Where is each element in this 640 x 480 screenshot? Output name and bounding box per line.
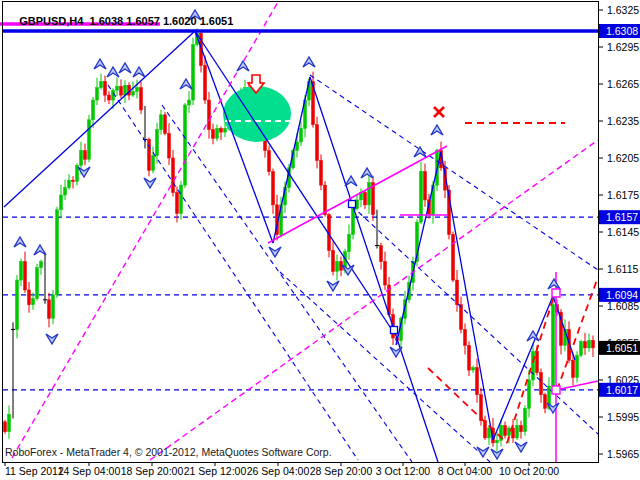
candle-bull	[156, 123, 159, 164]
candle-bull	[96, 78, 99, 105]
fractal-up-arrow-icon	[107, 67, 119, 77]
candle-bear	[424, 164, 427, 207]
candle-bear	[108, 91, 111, 104]
time-scale-label: 14 Sep 04:00	[58, 465, 121, 477]
price-level-badge: 1.6308	[599, 24, 640, 38]
svg-text:1.6094: 1.6094	[606, 289, 638, 301]
chart-border	[3, 2, 599, 463]
fractal-up-arrow-icon	[237, 61, 249, 71]
candle-bull	[300, 121, 303, 146]
red-dashed-line	[428, 368, 507, 443]
candle-bull	[68, 174, 71, 189]
price-scale-label: 1.6145	[607, 226, 639, 238]
candle-bull	[100, 74, 103, 90]
candle-bear	[148, 138, 151, 177]
candle-bear	[544, 393, 547, 414]
trendline-handle-square	[391, 327, 398, 334]
candle-bear	[168, 123, 171, 165]
fractal-up-arrow-icon	[180, 79, 192, 89]
candle-bull	[152, 147, 155, 174]
ohlc-values: 1.6038 1.6057 1.6020 1.6051	[90, 15, 234, 27]
time-scale-label: 11 Sep 2012	[5, 465, 64, 477]
candle-bear	[4, 420, 7, 434]
candle-bear	[172, 150, 175, 197]
candle-bear	[164, 112, 167, 135]
candle-bull	[116, 77, 119, 96]
fractal-down-arrow-icon	[269, 247, 281, 257]
candle-bear	[316, 117, 319, 169]
candle-bear	[272, 169, 275, 214]
candle-bull	[184, 103, 187, 188]
candle-bear	[104, 76, 107, 103]
time-scale-label: 28 Sep 20:00	[310, 465, 373, 477]
candle-bull	[124, 80, 127, 103]
candle-bull	[580, 340, 583, 358]
fractal-down-arrow-icon	[390, 347, 402, 357]
candle-bear	[484, 416, 487, 440]
time-scale-label: 10 Oct 20:00	[499, 465, 559, 477]
candle-bear	[464, 323, 467, 354]
price-level-badge: 1.6094	[599, 288, 640, 302]
price-scale-label: 1.5965	[607, 448, 639, 460]
candle-bear	[268, 146, 271, 176]
fractal-down-arrow-icon	[327, 281, 339, 291]
candle-bull	[552, 298, 555, 393]
blue-trendline	[310, 77, 438, 462]
candle-bull	[472, 366, 475, 373]
candle-bull	[76, 163, 79, 185]
candle-bull	[192, 38, 195, 105]
chart-title: GBPUSD,H4 1.6038 1.6057 1.6020 1.6051	[7, 3, 233, 39]
candle-bear	[476, 359, 479, 403]
fractal-down-arrow-icon	[477, 447, 489, 457]
candle-bear	[120, 79, 123, 98]
fractal-up-arrow-icon	[119, 63, 131, 73]
price-scale-label: 1.6265	[607, 78, 639, 90]
candle-bull	[20, 259, 23, 286]
blue-dashed-trendline	[108, 85, 358, 460]
fractal-up-arrow-icon	[361, 168, 373, 178]
candle-bear	[143, 106, 147, 149]
fractal-up-arrow-icon	[345, 176, 357, 186]
candle-bull	[88, 115, 91, 162]
candle-bear	[375, 210, 379, 249]
price-scale-label: 1.6235	[607, 115, 639, 127]
candle-bear	[456, 270, 459, 312]
candle-bear	[384, 252, 387, 290]
candle-bear	[380, 243, 383, 270]
blue-trendline	[195, 31, 394, 333]
candle-bull	[532, 344, 535, 386]
chart-canvas[interactable]: 1.63251.62951.62651.62351.62051.61751.61…	[0, 0, 640, 480]
candle-bear	[220, 126, 223, 140]
candle-bull	[11, 322, 15, 418]
candle-bear	[320, 154, 323, 190]
svg-text:1.6308: 1.6308	[606, 25, 638, 37]
svg-text:1.6051: 1.6051	[606, 342, 638, 354]
candles-layer	[4, 28, 595, 451]
price-scale-label: 1.6175	[607, 189, 639, 201]
candle-bull	[524, 405, 527, 435]
candle-bear	[140, 82, 143, 114]
blue-trendline	[493, 296, 553, 440]
time-scale-label: 3 Oct 12:00	[376, 465, 430, 477]
candle-bull	[40, 260, 43, 275]
fractal-up-arrow-icon	[94, 59, 106, 69]
time-scale-label: 8 Oct 04:00	[438, 465, 492, 477]
candle-bear	[468, 341, 471, 376]
candle-bear	[208, 92, 211, 139]
fractal-down-arrow-icon	[46, 334, 58, 344]
candle-bear	[364, 191, 367, 209]
candle-bear	[212, 124, 215, 145]
candle-bear	[43, 253, 47, 304]
candle-bull	[188, 91, 191, 113]
candle-bear	[512, 419, 515, 443]
candle-bull	[60, 185, 63, 218]
blue-dashed-trendline	[162, 105, 412, 462]
mt4-chart-window: 1.63251.62951.62651.62351.62051.61751.61…	[0, 0, 640, 480]
support-resistance-levels	[3, 217, 598, 390]
candle-bull	[348, 224, 351, 259]
time-scale-label: 18 Sep 20:00	[121, 465, 184, 477]
forecast-anchor-square	[552, 386, 560, 394]
candle-bull	[368, 174, 371, 214]
candle-bear	[452, 231, 455, 282]
candle-bull	[216, 124, 219, 141]
